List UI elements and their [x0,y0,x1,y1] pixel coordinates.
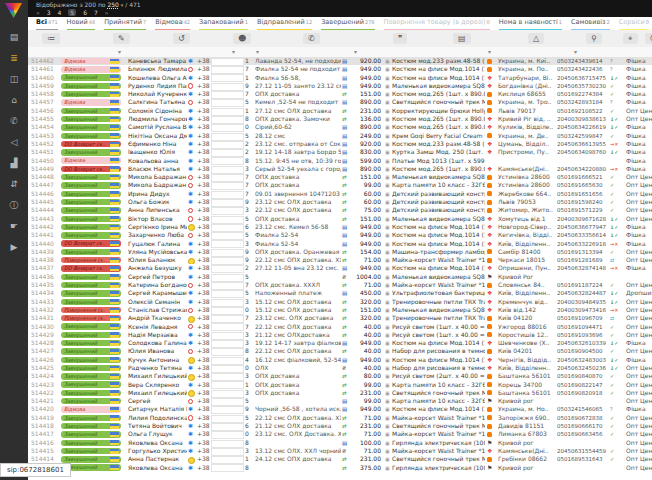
table-row[interactable]: 514431 Повернення (з.. Андрій Ткаченко +… [28,314,652,322]
page-number[interactable]: 6 [83,9,87,16]
tracking-number[interactable]: 0501690820918 [557,389,609,397]
table-row[interactable]: 514416 Завершений Яковлева Оксана ✱ +38 … [28,439,652,447]
table-row[interactable]: 514441 Завершений Захарченко Люба +38 5 … [28,231,652,239]
tracking-number[interactable]: 0501689531643 [557,455,609,463]
video-tutorials-icon[interactable]: ▶ [6,242,22,253]
tracking-number[interactable]: 0501690840870 [557,372,609,380]
announcements-icon[interactable]: ◁ [6,137,22,148]
tracking-number[interactable] [557,273,609,281]
table-row[interactable]: 514419 Завершений Лилия Подолинская +38 … [28,414,652,422]
table-row[interactable]: 514454 Завершений Самотій Руслана Во.. ✱… [28,123,652,131]
tracking-number[interactable] [557,464,609,472]
tab-Завершений[interactable]: Завершений278 [321,17,374,31]
tracking-number[interactable]: 0501691093696 [557,331,609,339]
tracking-number[interactable] [557,397,609,405]
app-logo-icon[interactable] [5,3,22,18]
tracking-number[interactable]: 0501691094471 [557,323,609,331]
page-number[interactable]: 7 [94,9,98,16]
table-row[interactable]: 514443 Завершений Віктор Власов +38 5 ОП… [28,215,652,223]
tracking-number[interactable]: 20450632483003 [557,356,609,364]
tracking-number[interactable]: 0501690666170 [557,422,609,430]
tab-Повернення товару (в дорозі)[interactable]: Повернення товару (в дорозі)0 [384,17,490,31]
table-row[interactable]: 514460 Завершений Кошелева Ольга Ар.. ✱ … [28,74,652,82]
payment-column-icon[interactable]: ▤ [453,33,471,44]
table-row[interactable]: 514423 Завершений Вера Скляренко ✱ +38 1… [28,381,652,389]
tracking-number[interactable]: 0503243422436 [557,65,609,73]
tracking-number[interactable]: 0501691651656 [557,190,609,198]
table-row[interactable]: 514447 Завершений Микола Бадражан +38 7 … [28,181,652,189]
tab-Самовивіз[interactable]: Самовивіз2 [571,17,610,31]
tracking-number[interactable]: 20400309671628 [557,215,609,223]
table-row[interactable]: 514446 Завершений Ирина Дидух ✱ +38 7 09… [28,190,652,198]
tracking-number[interactable]: 0501691598240 [557,198,609,206]
tracking-number[interactable]: 0501691571229 [557,206,609,214]
tracking-number[interactable]: 0501691666521 [557,173,609,181]
tracking-number[interactable]: 0501690672838 [557,414,609,422]
tracking-number[interactable]: 20450635730230 [557,82,609,90]
tracking-number[interactable]: 0501691096709 [557,314,609,322]
tracking-number[interactable]: 0501691665630 [557,181,609,189]
orders-list-icon[interactable]: ≣ [6,53,22,64]
table-row[interactable]: 514455 Завершений Людмила Гончарова ✱ +3… [28,115,652,123]
product-column-icon[interactable]: △ [528,33,544,44]
tracking-number[interactable]: 0501692274384 [557,90,609,98]
table-row[interactable]: 514459 Завершений Руденко Лидия Пав.. +3… [28,82,652,90]
filter-caret-icon[interactable]: ▾ [488,48,491,55]
table-row[interactable]: 514440 DO Возврат ск.. Гуцалюк Галина ✱ … [28,240,652,248]
table-row[interactable]: 514437 DO Возврат ск.. Анжела Безушку ✱ … [28,264,652,272]
tracking-number[interactable] [557,439,609,447]
info-icon[interactable]: ⓘ [6,200,22,211]
phone-masked-input[interactable] [211,464,244,472]
table-row[interactable]: 514461 Відмова⊙ Близнюк Людмила .. +38 7… [28,65,652,73]
pager-last-icon[interactable]: » [105,9,109,16]
tracking-number[interactable]: 20450633356614 [557,231,609,239]
tracking-number[interactable] [557,157,609,165]
theme-icon[interactable]: ☛ [6,221,22,232]
tab-Прийнятий[interactable]: Прийнятий7 [104,17,146,31]
table-row[interactable]: 514452 DO Возврат ск.. Єфименко Ніна ✱ +… [28,140,652,148]
table-row[interactable]: 514417 Завершений Ольга Глущук ✱ +38 0 2… [28,430,652,438]
tracking-number[interactable]: 20450632874148 [557,264,609,272]
table-row[interactable]: 514415 Завершений Горгулько Христина.. ✱… [28,447,652,455]
page-number[interactable]: 4 [58,9,62,16]
table-row[interactable]: 514451 Завершений Іващенко Юлія ✱ +38 2 … [28,148,652,156]
table-row[interactable]: 514444 Завершений Анна Липенська +38 3 2… [28,206,652,214]
filter-caret-icon[interactable]: ▾ [118,48,121,55]
page-number[interactable]: 3 [47,9,51,16]
tracking-number[interactable]: 20400309838613 [557,115,609,123]
table-row[interactable]: 514453 Завершений Нікітіна Оксана Дми.. … [28,132,652,140]
tracking-number[interactable]: 20450636715475 [557,74,609,82]
tab-Всі[interactable]: Всі471 [36,17,58,31]
page-number[interactable]: 5 [68,9,76,16]
table-row[interactable]: 514457 Відмова Салєгина Татьяна С.. +38 … [28,98,652,106]
table-row[interactable]: 514433 Завершений Олексій Семанін ✱ +38 … [28,298,652,306]
table-row[interactable]: 514425 Завершений Радченко Тетяна ✱ +38 … [28,364,652,372]
table-row[interactable]: 514438 Повернення (з.. Юлия Баланюк +38 … [28,256,652,264]
table-row[interactable]: 514413 Завершений Яковлева Оксана ✱ +38 … [28,464,652,472]
call-status-column-icon[interactable]: ↺ [173,33,190,44]
filter-caret-icon[interactable]: ▾ [256,48,259,55]
tab-Відмова[interactable]: Відмова42 [155,17,190,31]
tracking-number[interactable]: 0501690904500 [557,347,609,355]
tracking-column-icon[interactable]: ⌖ [623,33,638,44]
phone-column-icon[interactable]: ✆ [303,33,320,44]
tab-Запакований[interactable]: Запакований1 [199,17,248,31]
tracking-number[interactable]: 20450633226918 [557,240,609,248]
table-row[interactable]: 514428 Завершений Солодкова Галина В.. ✱… [28,339,652,347]
filter-caret-icon[interactable]: ▾ [574,48,577,55]
tracking-number[interactable]: 20450631554459 [557,447,609,455]
dashboard-icon[interactable]: ▤ [6,32,22,43]
table-row[interactable]: 514442 Завершений Сергієнко Ірина Ми.. +… [28,223,652,231]
tracking-number[interactable]: 0501690822147 [557,381,609,389]
tracking-number[interactable]: 20450636613955 [557,140,609,148]
tracking-number[interactable]: 20400309473416 [557,306,609,314]
table-row[interactable]: 514458 Завершений Николай Кучеренко ✱ +3… [28,90,652,98]
table-row[interactable]: 514414 Завершений Анна Пастернак +38 1 2… [28,455,652,463]
table-row[interactable]: 514439 Завершений Уляна Мусійовська ✱ +3… [28,248,652,256]
warehouse-icon[interactable]: ⌂ [6,95,22,106]
client-column-icon[interactable]: ☻ [233,33,251,44]
status-column-icon[interactable]: ≔ [42,33,60,44]
table-row[interactable]: 514422 Завершений Михаил Гилецький +38 3… [28,389,652,397]
tracking-number[interactable]: 0503243439614 [557,57,609,65]
tracking-number[interactable]: 20450632610339 [557,339,609,347]
